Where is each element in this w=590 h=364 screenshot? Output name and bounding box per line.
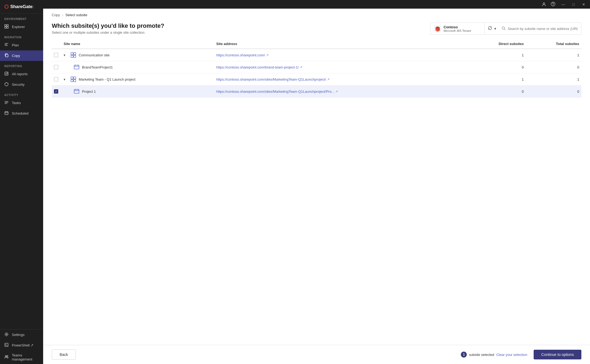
sidebar-item-security[interactable]: Security bbox=[0, 79, 43, 90]
sidebar-item-copy[interactable]: Copy bbox=[0, 50, 43, 61]
security-icon bbox=[4, 82, 9, 87]
back-button[interactable]: Back bbox=[52, 349, 76, 360]
svg-rect-21 bbox=[74, 77, 76, 79]
explorer-label: Explorer bbox=[12, 25, 25, 29]
td-name-project1: Project 1 bbox=[61, 85, 214, 98]
chevron-down-icon[interactable]: ▾ bbox=[494, 26, 496, 31]
link-brand[interactable]: https://contoso.sharepoint.com/brand-tea… bbox=[216, 65, 465, 69]
copy-label: Copy bbox=[12, 54, 20, 58]
td-direct-brand: 0 bbox=[467, 61, 526, 73]
help-icon[interactable] bbox=[551, 2, 555, 7]
titlebar-controls: — □ ✕ bbox=[541, 2, 587, 7]
teams-label: Teams management bbox=[12, 353, 39, 361]
table-row: BrandTeamProject1 https://contoso.sharep… bbox=[52, 61, 581, 73]
tenant-area: Contoso Microsoft 365 Tenant ▾ bbox=[430, 22, 581, 35]
powershell-icon bbox=[4, 343, 9, 348]
td-addr-brand: https://contoso.sharepoint.com/brand-tea… bbox=[214, 61, 467, 73]
tenant-type: Microsoft 365 Tenant bbox=[444, 29, 471, 32]
security-label: Security bbox=[12, 83, 25, 87]
continue-button[interactable]: Continue to options bbox=[534, 350, 581, 359]
td-name-brand: BrandTeamProject1 bbox=[61, 61, 214, 73]
breadcrumb-copy[interactable]: Copy bbox=[52, 13, 60, 17]
sidebar-item-teams[interactable]: Teams management bbox=[0, 351, 43, 364]
link-marketing[interactable]: https://contoso.sharepoint.com/sites/Mar… bbox=[216, 77, 465, 81]
sidebar-item-powershell[interactable]: PowerShell ↗ bbox=[0, 340, 43, 351]
section-activity: ACTIVITY bbox=[0, 90, 43, 98]
breadcrumb-current: Select subsite bbox=[66, 13, 87, 17]
settings-label: Settings bbox=[12, 333, 25, 337]
td-total-comm-site: 1 bbox=[526, 49, 581, 61]
page-title: Which subsite(s) you'd like to promote? bbox=[52, 22, 164, 29]
data-table: Site name Site address Direct subsites T… bbox=[52, 39, 581, 98]
th-checkbox bbox=[52, 39, 61, 49]
svg-rect-3 bbox=[7, 27, 8, 28]
minimize-button[interactable]: — bbox=[560, 2, 567, 6]
teams-icon bbox=[4, 355, 9, 360]
svg-rect-2 bbox=[5, 27, 6, 28]
site-icon-brand bbox=[73, 64, 80, 70]
site-icon-marketing bbox=[70, 76, 77, 83]
td-checkbox-marketing[interactable] bbox=[52, 73, 61, 85]
expand-comm-site[interactable]: ▾ bbox=[64, 53, 68, 57]
tenant-actions: ▾ bbox=[485, 25, 498, 32]
refresh-button[interactable] bbox=[487, 25, 493, 32]
sidebar-item-tasks[interactable]: Tasks bbox=[0, 98, 43, 108]
user-icon[interactable] bbox=[541, 2, 546, 7]
svg-rect-23 bbox=[74, 80, 76, 82]
clear-selection-link[interactable]: Clear your selection bbox=[496, 353, 527, 357]
tasks-label: Tasks bbox=[12, 101, 21, 105]
site-icon-comm bbox=[70, 52, 77, 58]
reports-icon bbox=[4, 71, 9, 77]
link-project1[interactable]: https://contoso.sharepoint.com/sites/Mar… bbox=[216, 90, 465, 94]
svg-rect-15 bbox=[71, 53, 73, 55]
checkbox-brand[interactable] bbox=[54, 65, 58, 69]
checkbox-marketing[interactable] bbox=[54, 77, 58, 81]
tenant-selector[interactable]: Contoso Microsoft 365 Tenant bbox=[431, 23, 485, 35]
checkbox-comm-site[interactable] bbox=[54, 53, 58, 57]
svg-rect-1 bbox=[7, 25, 8, 26]
sidebar-item-settings[interactable]: Settings bbox=[0, 329, 43, 340]
section-reporting: REPORTING bbox=[0, 61, 43, 69]
selected-text: subsite selected bbox=[469, 353, 494, 357]
search-input[interactable] bbox=[508, 27, 578, 31]
site-icon-project1 bbox=[73, 88, 80, 95]
search-icon bbox=[502, 26, 506, 31]
td-checkbox-brand[interactable] bbox=[52, 61, 61, 73]
breadcrumb: Copy › Select subsite bbox=[43, 9, 590, 17]
svg-rect-4 bbox=[6, 54, 8, 57]
sidebar-item-scheduled[interactable]: Scheduled bbox=[0, 108, 43, 119]
sidebar: ⬡ ShareGate: ENVIRONMENT Explorer MIGRAT… bbox=[0, 0, 43, 364]
selected-count-badge: 1 bbox=[461, 352, 467, 358]
td-direct-project1: 0 bbox=[467, 85, 526, 98]
svg-rect-24 bbox=[74, 90, 79, 93]
td-name-marketing: ▾ Marketing Team - Q1 Launch project bbox=[61, 73, 214, 85]
section-environment: ENVIRONMENT bbox=[0, 14, 43, 22]
td-checkbox[interactable] bbox=[52, 49, 61, 61]
td-direct-marketing: 1 bbox=[467, 73, 526, 85]
sidebar-item-plan[interactable]: Plan bbox=[0, 40, 43, 50]
close-button[interactable]: ✕ bbox=[581, 2, 587, 6]
td-checkbox-project1[interactable]: ✓ bbox=[52, 85, 61, 98]
sidebar-item-explorer[interactable]: Explorer bbox=[0, 22, 43, 32]
sidebar-bottom: Settings PowerShell ↗ Teams management bbox=[0, 329, 43, 364]
expand-marketing[interactable]: ▾ bbox=[64, 77, 68, 81]
settings-icon bbox=[4, 332, 9, 337]
app-name: ShareGate: bbox=[10, 4, 34, 9]
link-comm-site[interactable]: https://contoso.sharepoint.com/ ↗ bbox=[216, 53, 465, 57]
scheduled-label: Scheduled bbox=[12, 111, 28, 115]
checkbox-project1[interactable]: ✓ bbox=[54, 89, 58, 94]
explorer-icon bbox=[4, 24, 9, 29]
tasks-icon bbox=[4, 100, 9, 105]
maximize-button[interactable]: □ bbox=[571, 2, 576, 6]
svg-point-14 bbox=[502, 27, 505, 29]
tenant-name: Contoso bbox=[444, 25, 471, 29]
td-addr-project1: https://contoso.sharepoint.com/sites/Mar… bbox=[214, 85, 467, 98]
sidebar-item-all-reports[interactable]: All reports bbox=[0, 69, 43, 79]
powershell-label: PowerShell ↗ bbox=[12, 343, 33, 347]
td-total-project1: 0 bbox=[526, 85, 581, 98]
table-row-selected: ✓ Project 1 bbox=[52, 85, 581, 98]
page-title-section: Which subsite(s) you'd like to promote? … bbox=[52, 22, 164, 35]
external-link-icon-3: ↗ bbox=[327, 78, 330, 81]
search-area bbox=[498, 24, 581, 33]
svg-point-10 bbox=[7, 355, 8, 356]
